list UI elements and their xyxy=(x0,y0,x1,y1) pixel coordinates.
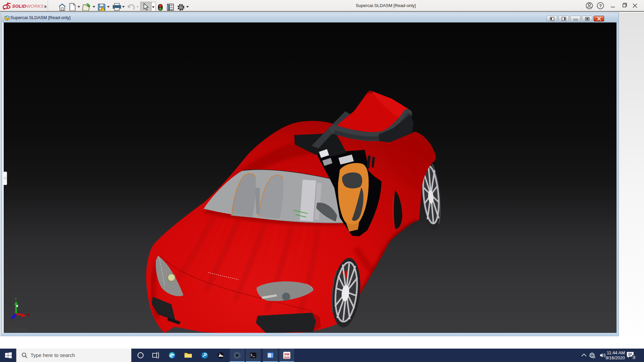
svg-text:!: ! xyxy=(101,8,102,11)
svg-text:SOLIDWORKS: SOLIDWORKS xyxy=(12,4,44,9)
svg-text:Y: Y xyxy=(14,297,17,301)
svg-text:SW: SW xyxy=(284,352,289,356)
svg-text:3: 3 xyxy=(633,355,635,359)
svg-text:?: ? xyxy=(599,3,602,8)
svg-text:2020: 2020 xyxy=(284,356,290,359)
